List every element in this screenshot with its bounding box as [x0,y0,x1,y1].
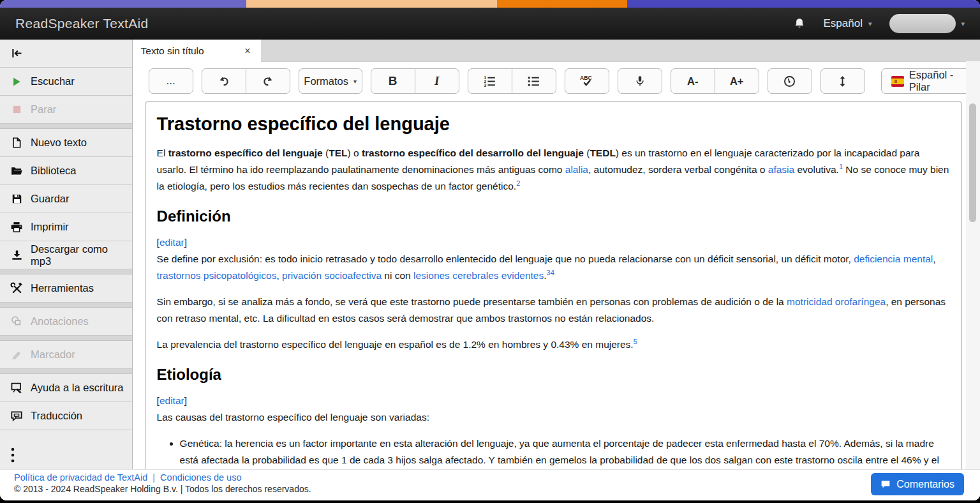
tab-label: Texto sin título [141,45,204,57]
italic-button[interactable]: I [415,68,459,94]
formats-dropdown[interactable]: Formatos ▾ [299,68,362,94]
article-text: , [933,253,935,264]
app-title: ReadSpeaker TextAid [15,16,148,31]
undo-icon [217,74,231,88]
article-link[interactable]: 5 [634,338,637,345]
article-paragraph: El trastorno específico del lenguaje (TE… [157,145,950,195]
font-increase-button[interactable]: A+ [715,68,759,94]
article-link[interactable]: deficiencia mental [854,253,933,264]
sidebar-item-label: Biblioteca [31,165,77,177]
ordered-list-button[interactable]: 123 [468,68,512,94]
sidebar-item-highlighter: Marcador [0,341,132,369]
sidebar-item-label: Parar [31,103,56,116]
app-header: ReadSpeaker TextAid Español ▾ ▾ [0,8,980,40]
font-decrease-button[interactable]: A- [671,68,715,94]
article-link[interactable]: afasia [768,164,794,175]
sidebar-item-writing-help[interactable]: Ayuda a la escritura [0,374,132,402]
line-spacing-button[interactable] [820,68,865,94]
printer-icon [9,221,24,234]
spellcheck-icon: ABC [579,74,595,88]
kebab-menu-icon[interactable] [10,447,132,466]
sidebar-item-tools[interactable]: Herramientas [0,274,132,303]
article-text: , [276,270,282,281]
sidebar-items: EscucharPararNuevo textoBibliotecaGuarda… [0,40,132,430]
sidebar-group-divider [0,336,132,341]
speed-gauge-icon [783,75,796,88]
sidebar-group-divider [0,303,132,308]
sidebar-item-label: Guardar [31,193,70,205]
scrollbar-thumb[interactable] [969,103,976,222]
article-link[interactable]: editar [160,237,184,248]
article-link[interactable]: motricidad orofaríngea [787,296,886,307]
sidebar: EscucharPararNuevo textoBibliotecaGuarda… [0,40,133,500]
bullet-list-button[interactable] [512,68,556,94]
undo-button[interactable] [202,68,246,94]
article-paragraph: Sin embargo, si se analiza más a fondo, … [157,294,950,327]
dictation-button[interactable] [618,68,662,94]
sidebar-item-print[interactable]: Imprimir [0,213,132,241]
translation-icon [9,410,24,423]
article-paragraph: [editar]Se define por exclusión: es todo… [157,234,950,284]
article-link[interactable]: alalia [565,164,588,175]
download-icon [9,249,24,261]
terms-of-use-link[interactable]: Condiciones de uso [160,472,241,483]
spellcheck-button[interactable]: ABC [565,68,609,94]
article-link[interactable]: 2 [516,179,520,187]
tab-bar: Texto sin título × [133,40,980,62]
tab-texto-sin-titulo[interactable]: Texto sin título × [133,40,261,62]
bell-icon[interactable] [793,17,806,30]
sidebar-item-new-text[interactable]: Nuevo texto [0,129,132,157]
sidebar-item-stop: Parar [0,96,132,124]
bold-button[interactable]: B [371,68,415,94]
annotations-icon [9,315,24,328]
article-heading: Definición [157,207,950,225]
privacy-policy-link[interactable]: Política de privacidad de TextAid [14,472,147,483]
sidebar-item-annotations: Anotaciones [0,308,132,336]
article-link[interactable]: 34 [547,269,554,276]
article-text: ( [323,147,329,158]
caret-down-icon: ▾ [353,78,357,85]
caret-down-icon: ▾ [961,20,965,27]
sidebar-item-download-mp3[interactable]: Descargar como mp3 [0,241,132,269]
sidebar-group-divider [0,369,132,374]
article-text: ) o [348,147,362,158]
editor-toolbar: ... Formatos ▾ B I [133,62,980,100]
close-icon[interactable]: × [244,45,250,57]
article-link[interactable]: privación socioafectiva [282,270,382,281]
article-link[interactable]: trastornos psicopatológicos [157,270,277,281]
user-menu[interactable]: ▾ [889,14,965,33]
sidebar-item-collapse[interactable] [0,40,132,68]
writing-help-icon [9,381,24,394]
comments-button[interactable]: Comentarios [871,473,964,495]
article-text: Sin embargo, si se analiza más a fondo, … [157,296,787,307]
text-editor[interactable]: Trastorno específico del lenguajeEl tras… [145,101,962,500]
article-text: La prevalencia del trastorno específico … [157,339,634,350]
sidebar-item-label: Descargar como mp3 [31,243,126,267]
main-content: Texto sin título × ... Formatos ▾ [133,40,980,500]
spain-flag-icon [891,76,904,87]
language-selector[interactable]: Español ▾ [824,17,872,30]
article-text: ] [184,395,187,406]
article: Trastorno específico del lenguajeEl tras… [157,113,950,500]
redo-button[interactable] [246,68,290,94]
sidebar-item-label: Nuevo texto [31,137,87,149]
sidebar-item-label: Ayuda a la escritura [31,382,124,394]
sidebar-group-divider [0,269,132,274]
voice-selector[interactable]: Español - Pilar ▾ [881,68,980,94]
article-paragraph: La prevalencia del trastorno específico … [157,336,950,353]
sidebar-item-translation[interactable]: Traducción [0,402,132,430]
article-link[interactable]: lesiones cerebrales evidentes [413,270,544,281]
editor-scrollbar[interactable] [966,61,980,500]
new-document-icon [9,137,24,149]
reading-speed-button[interactable] [768,68,812,94]
brand-stripe [0,0,980,8]
sidebar-item-listen[interactable]: Escuchar [0,68,132,96]
brand-stripe-segment [0,0,246,8]
article-link[interactable]: editar [160,395,184,406]
overflow-button[interactable]: ... [149,68,193,94]
article-heading: Trastorno específico del lenguaje [157,113,950,135]
sidebar-item-save[interactable]: Guardar [0,185,132,213]
caret-down-icon: ▾ [868,20,872,27]
sidebar-item-library[interactable]: Biblioteca [0,157,132,185]
folder-icon [9,165,24,177]
